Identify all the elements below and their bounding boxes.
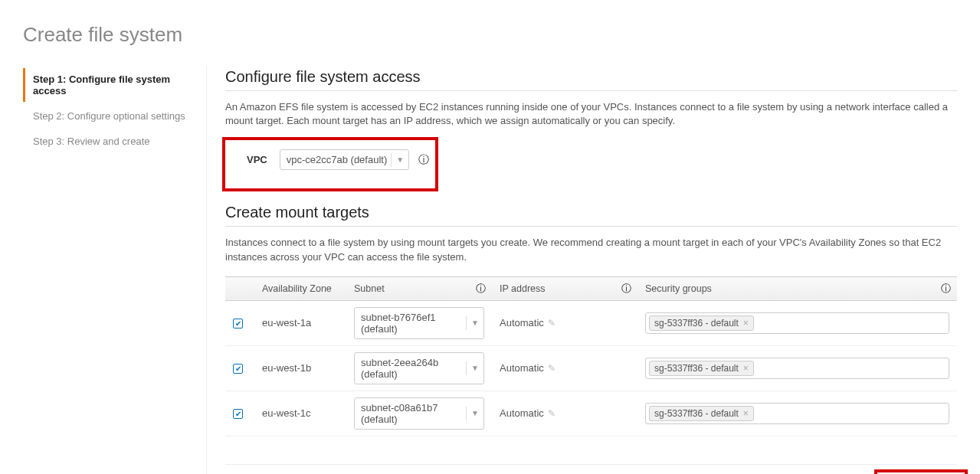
subnet-select-value: subnet-2eea264b (default) — [361, 357, 438, 380]
vpc-label: VPC — [247, 154, 267, 165]
security-group-tag: sg-5337ff36 - default × — [649, 315, 754, 331]
col-header-subnet: Subnet ⓘ — [346, 276, 492, 300]
col-header-subnet-label: Subnet — [354, 283, 385, 294]
info-icon[interactable]: ⓘ — [418, 153, 429, 167]
pencil-icon[interactable]: ✎ — [548, 408, 556, 419]
security-group-tag: sg-5337ff36 - default × — [649, 406, 754, 421]
col-header-ip: IP address ⓘ — [492, 276, 637, 300]
col-header-ip-label: IP address — [500, 283, 546, 294]
security-groups-input[interactable]: sg-5337ff36 - default × — [645, 312, 949, 334]
highlight-annotation-next — [874, 469, 968, 474]
section-configure-title: Configure file system access — [225, 68, 957, 86]
page-title: Create file system — [23, 23, 957, 47]
table-row: ✔ eu-west-1a subnet-b7676ef1 (default) ▼… — [225, 300, 957, 345]
remove-tag-icon[interactable]: × — [743, 363, 749, 374]
subnet-select[interactable]: subnet-b7676ef1 (default) ▼ — [354, 307, 484, 339]
table-row: ✔ eu-west-1b subnet-2eea264b (default) ▼… — [225, 345, 957, 391]
security-group-tag-label: sg-5337ff36 - default — [654, 408, 739, 419]
info-icon[interactable]: ⓘ — [621, 282, 631, 296]
ip-value: Automatic — [500, 317, 544, 329]
cell-az: eu-west-1c — [254, 391, 346, 436]
subnet-select[interactable]: subnet-c08a61b7 (default) ▼ — [354, 397, 484, 430]
ip-value: Automatic — [500, 407, 544, 419]
pencil-icon[interactable]: ✎ — [548, 318, 556, 329]
section-mount-desc: Instances connect to a file system by us… — [225, 236, 957, 263]
wizard-step-2[interactable]: Step 2: Configure optional settings — [23, 105, 200, 127]
chevron-down-icon: ▼ — [466, 316, 479, 330]
info-icon[interactable]: ⓘ — [476, 282, 486, 296]
section-mount-title: Create mount targets — [225, 204, 957, 221]
cell-az: eu-west-1b — [254, 345, 346, 391]
subnet-select-value: subnet-b7676ef1 (default) — [361, 312, 436, 335]
row-checkbox[interactable]: ✔ — [233, 409, 243, 419]
wizard-step-1[interactable]: Step 1: Configure file system access — [23, 68, 200, 102]
mount-targets-table: Availability Zone Subnet ⓘ IP address ⓘ … — [225, 276, 957, 436]
col-header-checkbox — [225, 276, 254, 300]
subnet-select[interactable]: subnet-2eea264b (default) ▼ — [354, 352, 484, 384]
chevron-down-icon: ▼ — [391, 153, 404, 167]
pencil-icon[interactable]: ✎ — [548, 363, 556, 374]
info-icon[interactable]: ⓘ — [941, 282, 951, 296]
table-row: ✔ eu-west-1c subnet-c08a61b7 (default) ▼… — [225, 391, 957, 436]
row-checkbox[interactable]: ✔ — [233, 319, 243, 329]
security-groups-input[interactable]: sg-5337ff36 - default × — [645, 403, 949, 424]
divider — [225, 226, 957, 227]
security-group-tag-label: sg-5337ff36 - default — [654, 363, 739, 374]
col-header-az: Availability Zone — [254, 276, 346, 300]
vpc-select-value: vpc-ce2cc7ab (default) — [287, 154, 388, 165]
wizard-step-nav: Step 1: Configure file system access Ste… — [23, 65, 207, 474]
divider — [225, 90, 957, 91]
subnet-select-value: subnet-c08a61b7 (default) — [361, 402, 438, 425]
cell-az: eu-west-1a — [254, 300, 346, 345]
chevron-down-icon: ▼ — [466, 361, 479, 375]
remove-tag-icon[interactable]: × — [743, 318, 749, 329]
col-header-sg: Security groups ⓘ — [637, 276, 957, 300]
section-configure-desc: An Amazon EFS file system is accessed by… — [225, 100, 957, 128]
remove-tag-icon[interactable]: × — [743, 408, 749, 419]
vpc-select[interactable]: vpc-ce2cc7ab (default) ▼ — [280, 149, 410, 170]
wizard-step-3[interactable]: Step 3: Review and create — [23, 130, 200, 152]
security-groups-input[interactable]: sg-5337ff36 - default × — [645, 358, 949, 379]
footer-actions: Cancel Next Step — [225, 464, 957, 474]
ip-value: Automatic — [500, 362, 544, 374]
row-checkbox[interactable]: ✔ — [233, 364, 243, 374]
chevron-down-icon: ▼ — [466, 407, 479, 420]
security-group-tag: sg-5337ff36 - default × — [649, 361, 754, 376]
col-header-sg-label: Security groups — [645, 283, 712, 294]
security-group-tag-label: sg-5337ff36 - default — [654, 318, 739, 329]
